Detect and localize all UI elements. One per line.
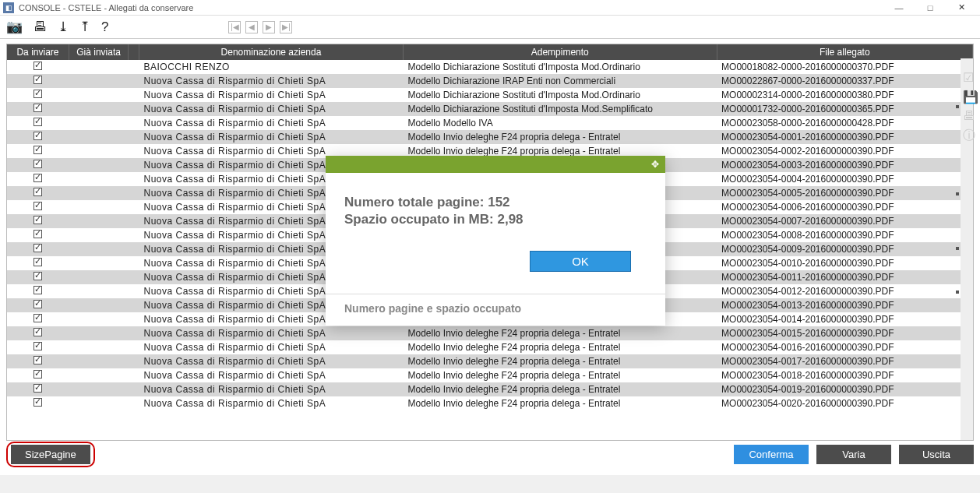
cell-gia-inviata[interactable] [69,340,128,354]
table-row[interactable]: Nuova Cassa di Risparmio di Chieti SpAMo… [7,116,973,130]
cell-gia-inviata[interactable] [69,88,128,102]
cell-da-inviare[interactable] [7,256,69,270]
cell-gia-inviata[interactable] [69,368,128,382]
checkbox-icon[interactable] [33,328,42,336]
checkbox-icon[interactable] [33,384,42,393]
cell-da-inviare[interactable] [7,158,69,172]
checkbox-icon[interactable] [33,272,42,280]
cell-da-inviare[interactable] [7,102,69,116]
cell-da-inviare[interactable] [7,88,69,102]
nav-next-icon[interactable]: ▶ [263,21,275,33]
dialog-header[interactable]: ✥ [326,156,665,173]
nav-last-icon[interactable]: ▶| [280,21,292,33]
cell-gia-inviata[interactable] [69,74,128,88]
cell-da-inviare[interactable] [7,396,69,410]
checkbox-icon[interactable] [33,342,42,350]
expand-icon[interactable]: ✥ [651,159,659,170]
cell-gia-inviata[interactable] [69,396,128,410]
side-print-icon[interactable]: 🖶 [963,109,978,123]
cell-gia-inviata[interactable] [69,228,128,242]
cell-gia-inviata[interactable] [69,116,128,130]
print-icon[interactable]: 🖶 [33,19,47,35]
cell-da-inviare[interactable] [7,200,69,214]
cell-da-inviare[interactable] [7,312,69,326]
table-row[interactable]: Nuova Cassa di Risparmio di Chieti SpAMo… [7,74,973,88]
checkbox-icon[interactable] [33,90,42,98]
cell-gia-inviata[interactable] [69,256,128,270]
cell-gia-inviata[interactable] [69,382,128,396]
cell-da-inviare[interactable] [7,326,69,340]
cell-da-inviare[interactable] [7,116,69,130]
cell-da-inviare[interactable] [7,284,69,298]
table-row[interactable]: Nuova Cassa di Risparmio di Chieti SpAMo… [7,382,973,396]
cell-da-inviare[interactable] [7,130,69,144]
cell-da-inviare[interactable] [7,242,69,256]
table-row[interactable]: Nuova Cassa di Risparmio di Chieti SpAMo… [7,340,973,354]
cell-da-inviare[interactable] [7,340,69,354]
table-row[interactable]: Nuova Cassa di Risparmio di Chieti SpAMo… [7,102,973,116]
table-row[interactable]: Nuova Cassa di Risparmio di Chieti SpAMo… [7,396,973,410]
cell-gia-inviata[interactable] [69,60,128,74]
checkbox-icon[interactable] [33,356,42,364]
cell-gia-inviata[interactable] [69,130,128,144]
cell-da-inviare[interactable] [7,270,69,284]
checkbox-icon[interactable] [33,160,42,168]
check-all-icon[interactable]: ☑ [963,70,978,85]
checkbox-icon[interactable] [33,76,42,84]
checkbox-icon[interactable] [33,286,42,294]
cell-da-inviare[interactable] [7,172,69,186]
cell-gia-inviata[interactable] [69,158,128,172]
cell-gia-inviata[interactable] [69,270,128,284]
checkbox-icon[interactable] [33,258,42,266]
sizepagine-button[interactable]: SizePagine [11,445,90,464]
cell-da-inviare[interactable] [7,354,69,368]
cell-gia-inviata[interactable] [69,144,128,158]
camera-icon[interactable]: 📷 [6,19,23,35]
cell-da-inviare[interactable] [7,186,69,200]
checkbox-icon[interactable] [33,104,42,112]
checkbox-icon[interactable] [33,118,42,126]
help-icon[interactable]: ? [101,19,108,35]
uscita-button[interactable]: Uscita [899,445,974,464]
upload-icon[interactable]: ⤒ [79,19,90,35]
table-row[interactable]: BAIOCCHI RENZOModello Dichiarazione Sost… [7,60,973,74]
checkbox-icon[interactable] [33,202,42,210]
cell-da-inviare[interactable] [7,298,69,312]
col-gia-inviata[interactable]: Già inviata [69,44,128,60]
export-icon[interactable]: ⤓ [58,19,69,35]
table-row[interactable]: Nuova Cassa di Risparmio di Chieti SpAMo… [7,88,973,102]
cell-gia-inviata[interactable] [69,284,128,298]
table-row[interactable]: Nuova Cassa di Risparmio di Chieti SpAMo… [7,130,973,144]
cell-gia-inviata[interactable] [69,312,128,326]
cell-gia-inviata[interactable] [69,186,128,200]
col-file-allegato[interactable]: File allegato [717,44,972,60]
cell-gia-inviata[interactable] [69,214,128,228]
col-denominazione[interactable]: Denominazione azienda [139,44,403,60]
cell-da-inviare[interactable] [7,228,69,242]
cell-gia-inviata[interactable] [69,326,128,340]
table-row[interactable]: Nuova Cassa di Risparmio di Chieti SpAMo… [7,368,973,382]
checkbox-icon[interactable] [33,370,42,379]
table-row[interactable]: Nuova Cassa di Risparmio di Chieti SpAMo… [7,326,973,340]
checkbox-icon[interactable] [33,188,42,196]
save-icon[interactable]: 💾 [963,90,978,104]
cell-da-inviare[interactable] [7,144,69,158]
checkbox-icon[interactable] [33,398,42,407]
cell-gia-inviata[interactable] [69,298,128,312]
cell-da-inviare[interactable] [7,214,69,228]
cell-da-inviare[interactable] [7,368,69,382]
info-icon[interactable]: ⓘ [963,128,978,144]
cell-gia-inviata[interactable] [69,242,128,256]
checkbox-icon[interactable] [33,244,42,252]
checkbox-icon[interactable] [33,300,42,308]
cell-da-inviare[interactable] [7,74,69,88]
window-maximize[interactable]: □ [915,0,946,16]
cell-gia-inviata[interactable] [69,354,128,368]
cell-da-inviare[interactable] [7,60,69,74]
checkbox-icon[interactable] [33,174,42,182]
cell-gia-inviata[interactable] [69,200,128,214]
checkbox-icon[interactable] [33,314,42,322]
nav-first-icon[interactable]: |◀ [228,21,241,33]
cell-gia-inviata[interactable] [69,172,128,186]
col-da-inviare[interactable]: Da inviare [7,44,69,60]
